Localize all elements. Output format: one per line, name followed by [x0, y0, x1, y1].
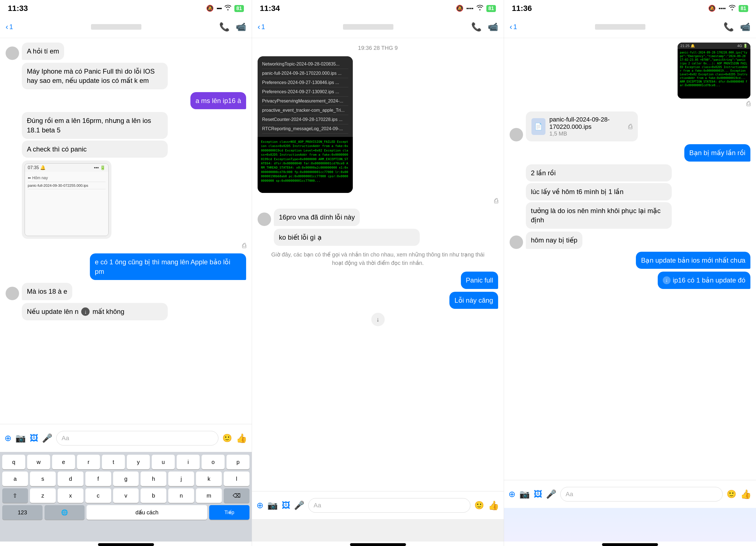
key-a[interactable]: a: [2, 472, 28, 486]
key-123[interactable]: 123: [2, 505, 43, 520]
key-space[interactable]: dấu cách: [87, 505, 207, 520]
status-time-2: 11:34: [260, 4, 280, 13]
emoji-icon-1[interactable]: 🙂: [222, 433, 232, 443]
share-row-3: ⎙: [678, 99, 750, 109]
msg-row: Bạn update bản ios mới nhất chưa: [510, 252, 750, 269]
avatar: [510, 128, 523, 141]
emoji-icon-2[interactable]: 🙂: [474, 501, 484, 510]
key-s[interactable]: s: [30, 472, 56, 486]
home-indicator-2: [350, 543, 406, 546]
status-time-3: 11:36: [512, 4, 532, 13]
key-d[interactable]: d: [58, 472, 83, 486]
key-e[interactable]: e: [52, 455, 75, 469]
dark-item: ResetCounter-2024-09-28-170228.ips ...: [262, 115, 348, 124]
msg-row: e có 1 ông cũng bị thì mang lên Apple bả…: [6, 253, 246, 280]
msg-row: Bạn bị mấy lần rồi: [510, 144, 750, 162]
bubble: Bạn bị mấy lần rồi: [684, 144, 750, 162]
camera-icon-1[interactable]: 📷: [15, 433, 26, 443]
key-o[interactable]: o: [202, 455, 225, 469]
file-share-icon[interactable]: ⎙: [628, 123, 632, 130]
emoji-icon-3[interactable]: 🙂: [727, 489, 736, 499]
msg-stack: Máy Iphone mà có Panic Full thì do lỗi I…: [22, 63, 246, 89]
key-emoji[interactable]: 🌐: [45, 505, 85, 520]
key-c[interactable]: c: [85, 488, 111, 503]
key-shift[interactable]: ⇧: [2, 488, 28, 503]
key-delete[interactable]: ⌫: [224, 488, 249, 503]
home-indicator-1: [98, 543, 154, 546]
image-icon-1[interactable]: 🖼: [30, 433, 38, 443]
key-p[interactable]: p: [227, 455, 249, 469]
key-l[interactable]: l: [224, 472, 249, 486]
key-v[interactable]: v: [113, 488, 139, 503]
image-icon-2[interactable]: 🖼: [282, 501, 290, 510]
back-button-2[interactable]: ‹ 1: [258, 22, 265, 31]
plus-icon-1[interactable]: ⊕: [4, 433, 11, 443]
dark-text: Exception class=NSE_AOP_PROVISION_FAILED…: [261, 140, 349, 183]
text-input-2[interactable]: Aa: [308, 498, 470, 513]
key-b[interactable]: b: [141, 488, 166, 503]
key-m[interactable]: m: [196, 488, 222, 503]
key-k[interactable]: k: [196, 472, 222, 486]
key-z[interactable]: z: [30, 488, 56, 503]
share-icon-2[interactable]: ⎙: [494, 197, 498, 205]
key-f[interactable]: f: [85, 472, 111, 486]
bubble: Panic full: [461, 272, 498, 289]
mic-icon-2[interactable]: 🎤: [294, 500, 304, 510]
dark-screenshot: NetworkingTopic-2024-09-28-020835... pan…: [258, 56, 353, 193]
key-send[interactable]: Tiếp: [209, 505, 249, 520]
dark-item: Preferences-2024-09-27-130902.ips ...: [262, 87, 348, 97]
bubble: 2 lần rồi: [526, 164, 672, 182]
plus-icon-3[interactable]: ⊕: [508, 489, 515, 499]
key-w[interactable]: w: [27, 455, 50, 469]
battery-2: 81: [486, 5, 496, 12]
key-y[interactable]: y: [127, 455, 150, 469]
phone-icon-2[interactable]: 📞: [471, 22, 482, 32]
phone-screenshot: 21:25 🔔 4G 🔋 panic-full-2024-09-28-17022…: [678, 43, 750, 99]
key-x[interactable]: x: [58, 488, 83, 503]
key-r[interactable]: r: [77, 455, 100, 469]
image-icon-3[interactable]: 🖼: [534, 489, 542, 499]
screenshot-item: panic-full-2024-09-30-072255.000.ips: [28, 182, 106, 189]
bubble: A check thì có panic: [22, 141, 168, 158]
video-icon-3[interactable]: 📹: [740, 22, 750, 32]
key-j[interactable]: j: [168, 472, 194, 486]
video-icon-1[interactable]: 📹: [236, 22, 246, 32]
signal-icon-1: ▪▪▪▪: [216, 6, 221, 11]
video-icon-2[interactable]: 📹: [488, 22, 498, 32]
camera-icon-2[interactable]: 📷: [267, 500, 278, 510]
dark-item: proactive_event_tracker-com_apple_Tri...: [262, 106, 348, 115]
key-q[interactable]: q: [2, 455, 25, 469]
phone-icon-3[interactable]: 📞: [724, 22, 734, 32]
contact-avatar-placeholder-1: [91, 24, 141, 30]
status-icons-3: 🔕 ▪▪▪▪ 81: [708, 5, 748, 12]
plus-icon-2[interactable]: ⊕: [256, 500, 263, 510]
key-t[interactable]: t: [102, 455, 125, 469]
key-n[interactable]: n: [168, 488, 194, 503]
like-icon-1[interactable]: 👍: [236, 433, 247, 444]
back-button-1[interactable]: ‹ 1: [6, 22, 13, 31]
share-icon-3[interactable]: ⎙: [746, 100, 750, 108]
phone-icon-1[interactable]: 📞: [219, 22, 230, 32]
chevron-left-icon-3: ‹: [510, 22, 512, 31]
key-h[interactable]: h: [141, 472, 166, 486]
share-row: ⎙: [22, 241, 246, 251]
text-input-1[interactable]: Aa: [56, 431, 218, 445]
camera-icon-3[interactable]: 📷: [519, 489, 530, 499]
mic-icon-1[interactable]: 🎤: [42, 433, 52, 443]
share-icon[interactable]: ⎙: [242, 242, 246, 249]
bubble: A hỏi tí em: [22, 43, 64, 60]
key-i[interactable]: i: [177, 455, 200, 469]
mic-icon-3[interactable]: 🎤: [546, 489, 556, 499]
like-icon-3[interactable]: 👍: [740, 489, 752, 500]
screenshot-status: 07:35 🔔 ▪▪▪ 🔋: [25, 164, 108, 172]
like-icon-2[interactable]: 👍: [488, 500, 499, 511]
phone-ss-status: 21:25 🔔 4G 🔋: [678, 43, 750, 49]
dark-item: PrivacyPreservingMeasurement_2024-...: [262, 97, 348, 106]
text-input-3[interactable]: Aa: [560, 487, 723, 501]
scroll-down-btn[interactable]: ↓: [371, 313, 385, 326]
avatar: [510, 235, 523, 249]
screenshot-bubble: 07:35 🔔 ▪▪▪ 🔋 ⬅ Hôm nay panic-full-2024-…: [22, 160, 111, 239]
back-button-3[interactable]: ‹ 1: [510, 22, 517, 31]
key-g[interactable]: g: [113, 472, 139, 486]
key-u[interactable]: u: [152, 455, 175, 469]
